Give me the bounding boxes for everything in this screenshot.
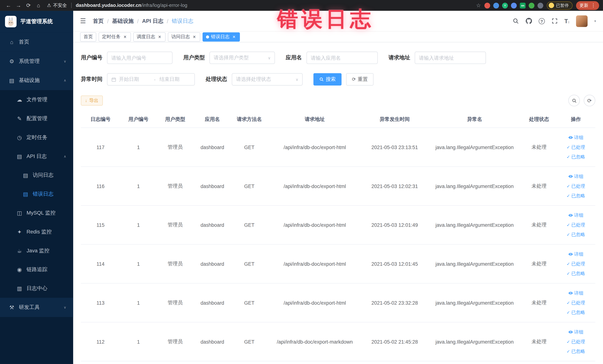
app-logo[interactable]: 芋道管理系统	[0, 11, 73, 32]
fullscreen-icon[interactable]	[551, 18, 558, 24]
sidebar-item-dev-tools[interactable]: ⚒ 研发工具 ∨	[0, 298, 73, 317]
detail-link[interactable]: 详细	[558, 288, 594, 298]
sidebar-item-access-log[interactable]: ▤ 访问日志	[0, 165, 73, 185]
sidebar-item-config-mgmt[interactable]: ✎ 配置管理	[0, 109, 73, 128]
search-icon[interactable]	[512, 18, 519, 24]
refresh-table-button[interactable]: ⟳	[584, 95, 595, 106]
sidebar-item-java-monitor[interactable]: ☕ Java 监控	[0, 241, 73, 260]
back-icon[interactable]: ←	[4, 1, 13, 10]
export-button[interactable]: ↓ 导出	[81, 95, 103, 106]
toggle-search-button[interactable]	[568, 95, 580, 106]
kebab-menu-icon[interactable]: ⋮	[591, 3, 596, 8]
tab-label: 错误日志	[211, 34, 230, 40]
font-size-icon[interactable]: T↕	[564, 18, 570, 24]
close-icon[interactable]: ×	[192, 34, 197, 39]
detail-link[interactable]: 详细	[558, 133, 594, 142]
sidebar-item-log-center[interactable]: ▥ 日志中心	[0, 279, 73, 298]
log-icon: ▤	[16, 153, 23, 159]
chevron-down-icon[interactable]: ▾	[594, 19, 596, 23]
processed-link[interactable]: ✓ 已处理	[558, 298, 594, 308]
request-url-field	[415, 52, 486, 64]
extension-green-icon[interactable]	[529, 3, 534, 8]
cell-exception-time: 2021-05-02 21:45:28	[362, 322, 428, 361]
cell-request-url: /api/infra/db-doc/export-html	[268, 283, 362, 322]
processed-link[interactable]: ✓ 已处理	[558, 220, 594, 230]
ignored-link[interactable]: ✓ 已忽略	[558, 230, 594, 239]
extension-blue-drop-icon[interactable]	[493, 3, 499, 8]
github-icon[interactable]	[525, 18, 532, 24]
breadcrumb-item-1[interactable]: 基础设施	[112, 18, 134, 24]
ignored-link[interactable]: ✓ 已忽略	[558, 308, 594, 317]
table-header-row: 日志编号用户编号用户类型应用名请求方法名请求地址异常发生时间异常名处理状态操作	[81, 111, 595, 128]
user-id-input[interactable]	[111, 55, 168, 61]
sidebar-item-error-log[interactable]: ▤ 错误日志	[0, 185, 73, 203]
sidebar-item-tracing[interactable]: ◉ 链路追踪	[0, 260, 73, 279]
ignored-link[interactable]: ✓ 已忽略	[558, 191, 594, 200]
sidebar-item-file-mgmt[interactable]: ☁ 文件管理	[0, 90, 73, 109]
home-icon[interactable]: ⌂	[34, 1, 43, 10]
sidebar-item-system-mgmt[interactable]: ⚙ 系统管理 ∨	[0, 52, 73, 71]
ignored-link[interactable]: ✓ 已忽略	[558, 346, 594, 356]
extension-red-icon[interactable]	[484, 3, 490, 8]
sidebar-menu: ⌂ 首页 ⚙ 系统管理 ∨ ▤ 基础设施 ∧ ☁ 文件管理 ✎ 配置管理 ◷ 定…	[0, 32, 73, 317]
search-button[interactable]: 搜索	[313, 73, 342, 85]
bookmark-star-icon[interactable]: ☆	[476, 2, 481, 8]
extension-blue-grid-icon[interactable]	[511, 3, 517, 8]
reset-button[interactable]: ⟳ 重置	[346, 73, 373, 85]
user-type-select[interactable]: 请选择用户类型∨	[209, 52, 275, 64]
detail-link[interactable]: 详细	[558, 249, 594, 259]
forward-icon[interactable]: →	[14, 1, 23, 10]
view-tab-0[interactable]: 首页	[80, 32, 96, 41]
detail-link[interactable]: 详细	[558, 211, 594, 220]
column-header: 请求方法名	[231, 111, 267, 128]
sidebar-item-redis-monitor[interactable]: ✦ Redis 监控	[0, 222, 73, 241]
address-bar[interactable]: dashboard.yudao.iocoder.cn/infra/log/api…	[76, 3, 187, 8]
processed-link[interactable]: ✓ 已处理	[558, 142, 594, 152]
reload-icon[interactable]: ⟳	[24, 1, 33, 10]
cell-user-id: 1	[120, 322, 157, 361]
profile-paused-badge[interactable]: 已暂停	[547, 1, 573, 10]
detail-link[interactable]: 详细	[558, 327, 594, 337]
extension-on-badge-icon[interactable]: on	[520, 3, 525, 8]
request-url-input[interactable]	[419, 55, 482, 61]
extension-pin-icon[interactable]	[538, 3, 543, 8]
processed-link[interactable]: ✓ 已处理	[558, 181, 594, 191]
table-toolbar: ↓ 导出 ⟳	[81, 95, 595, 106]
sidebar-item-mysql-monitor[interactable]: ◫ MySQL 监控	[0, 203, 73, 222]
process-status-select[interactable]: 请选择处理状态∨	[232, 73, 302, 85]
detail-link[interactable]: 详细	[558, 172, 594, 181]
close-icon[interactable]: ×	[123, 34, 128, 39]
browser-update-button[interactable]: 更新 ⋮	[576, 1, 599, 10]
view-tab-2[interactable]: 调度日志 ×	[133, 32, 165, 41]
sidebar-item-scheduled-jobs[interactable]: ◷ 定时任务	[0, 128, 73, 147]
cell-actions: 详细 ✓ 已处理 ✓ 已忽略	[557, 322, 595, 361]
close-icon[interactable]: ×	[157, 34, 162, 39]
user-avatar[interactable]	[576, 15, 588, 27]
doc-icon: ▤	[22, 172, 29, 178]
sidebar-item-infrastructure[interactable]: ▤ 基础设施 ∧	[0, 71, 73, 90]
help-icon[interactable]: ?	[539, 18, 545, 24]
view-tab-3[interactable]: 访问日志 ×	[168, 32, 200, 41]
close-icon[interactable]: ×	[231, 34, 236, 39]
breadcrumb-item-2[interactable]: API 日志	[142, 18, 163, 24]
app-name-input[interactable]	[311, 55, 373, 61]
processed-link[interactable]: ✓ 已处理	[558, 337, 594, 347]
menu-label: 访问日志	[33, 172, 54, 178]
ignored-link[interactable]: ✓ 已忽略	[558, 269, 594, 278]
cell-exception-name: java.lang.IllegalArgumentException	[428, 244, 522, 283]
breadcrumb-item-0[interactable]: 首页	[93, 18, 104, 24]
cell-exception-name: java.lang.IllegalArgumentException	[428, 283, 522, 322]
menu-collapse-icon[interactable]: ☰	[80, 17, 86, 25]
extension-green-circle-icon[interactable]: Y	[502, 3, 508, 8]
chevron-icon: ∨	[64, 305, 66, 309]
cell-method: GET	[231, 166, 267, 205]
security-chip[interactable]: ⚠ 不安全	[47, 2, 67, 9]
view-tab-4[interactable]: 错误日志 ×	[203, 32, 240, 41]
sidebar-item-api-logs[interactable]: ▤ API 日志 ∧	[0, 147, 73, 165]
sidebar-item-home[interactable]: ⌂ 首页	[0, 32, 73, 52]
cell-app-name: dashboard	[194, 283, 231, 322]
view-tab-1[interactable]: 定时任务 ×	[99, 32, 131, 41]
ignored-link[interactable]: ✓ 已忽略	[558, 152, 594, 162]
processed-link[interactable]: ✓ 已处理	[558, 259, 594, 269]
date-range-picker[interactable]: 开始日期 - 结束日期	[107, 73, 195, 85]
